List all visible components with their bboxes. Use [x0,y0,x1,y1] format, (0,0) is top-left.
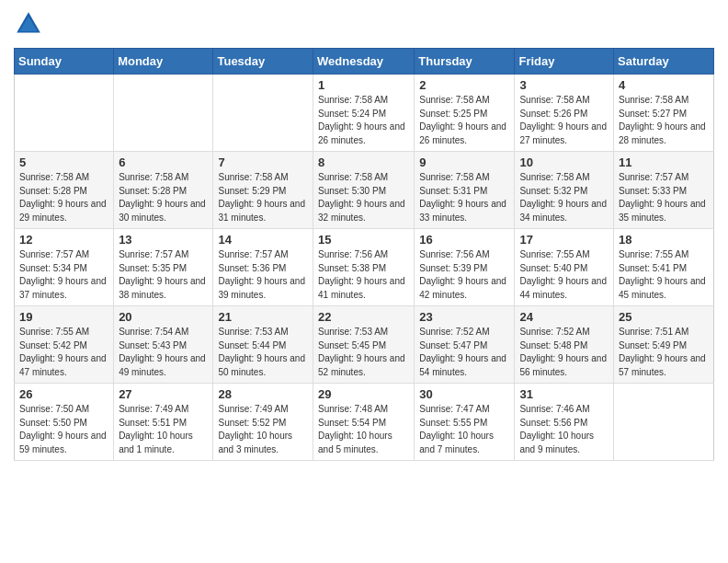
day-cell: 2Sunrise: 7:58 AM Sunset: 5:25 PM Daylig… [415,75,515,152]
day-number: 13 [119,233,208,247]
day-info: Sunrise: 7:55 AM Sunset: 5:41 PM Dayligh… [619,248,709,302]
day-cell: 25Sunrise: 7:51 AM Sunset: 5:49 PM Dayli… [614,306,714,384]
day-number: 28 [218,387,308,401]
day-info: Sunrise: 7:58 AM Sunset: 5:24 PM Dayligh… [318,94,409,147]
day-info: Sunrise: 7:58 AM Sunset: 5:32 PM Dayligh… [519,171,609,224]
day-info: Sunrise: 7:47 AM Sunset: 5:55 PM Dayligh… [419,403,509,456]
day-number: 1 [318,78,409,92]
day-info: Sunrise: 7:54 AM Sunset: 5:43 PM Dayligh… [119,326,208,379]
day-cell: 31Sunrise: 7:46 AM Sunset: 5:56 PM Dayli… [515,384,614,461]
day-cell: 30Sunrise: 7:47 AM Sunset: 5:55 PM Dayli… [415,384,515,461]
day-number: 7 [218,155,308,169]
day-number: 19 [19,310,108,324]
day-cell: 21Sunrise: 7:53 AM Sunset: 5:44 PM Dayli… [213,306,313,384]
day-number: 21 [218,310,308,324]
day-info: Sunrise: 7:57 AM Sunset: 5:36 PM Dayligh… [218,248,308,302]
day-cell: 15Sunrise: 7:56 AM Sunset: 5:38 PM Dayli… [313,229,415,306]
day-number: 9 [419,155,509,169]
day-cell: 13Sunrise: 7:57 AM Sunset: 5:35 PM Dayli… [114,229,213,306]
page: SundayMondayTuesdayWednesdayThursdayFrid… [0,0,728,475]
day-info: Sunrise: 7:58 AM Sunset: 5:25 PM Dayligh… [419,94,509,147]
day-info: Sunrise: 7:52 AM Sunset: 5:48 PM Dayligh… [519,326,609,379]
weekday-tuesday: Tuesday [213,49,313,75]
weekday-sunday: Sunday [15,49,114,75]
day-number: 11 [619,155,709,169]
day-number: 24 [519,310,609,324]
day-cell: 22Sunrise: 7:53 AM Sunset: 5:45 PM Dayli… [313,306,415,384]
day-info: Sunrise: 7:55 AM Sunset: 5:42 PM Dayligh… [19,326,108,379]
day-cell: 12Sunrise: 7:57 AM Sunset: 5:34 PM Dayli… [15,229,114,306]
day-number: 16 [419,233,509,247]
day-cell: 16Sunrise: 7:56 AM Sunset: 5:39 PM Dayli… [415,229,515,306]
day-info: Sunrise: 7:58 AM Sunset: 5:29 PM Dayligh… [218,171,308,224]
day-number: 20 [119,310,208,324]
day-cell [15,75,114,152]
day-info: Sunrise: 7:46 AM Sunset: 5:56 PM Dayligh… [519,403,609,456]
day-number: 22 [318,310,409,324]
weekday-thursday: Thursday [415,49,515,75]
day-cell: 1Sunrise: 7:58 AM Sunset: 5:24 PM Daylig… [313,75,415,152]
day-cell: 17Sunrise: 7:55 AM Sunset: 5:40 PM Dayli… [515,229,614,306]
day-number: 5 [19,155,108,169]
day-number: 25 [619,310,709,324]
day-number: 8 [318,155,409,169]
day-number: 27 [119,387,208,401]
week-row-5: 26Sunrise: 7:50 AM Sunset: 5:50 PM Dayli… [15,384,714,461]
day-number: 3 [519,78,609,92]
day-cell [614,384,714,461]
day-info: Sunrise: 7:56 AM Sunset: 5:39 PM Dayligh… [419,248,509,302]
day-number: 2 [419,78,509,92]
day-cell: 14Sunrise: 7:57 AM Sunset: 5:36 PM Dayli… [213,229,313,306]
calendar-table: SundayMondayTuesdayWednesdayThursdayFrid… [14,48,714,461]
day-cell: 29Sunrise: 7:48 AM Sunset: 5:54 PM Dayli… [313,384,415,461]
weekday-friday: Friday [515,49,614,75]
day-number: 18 [619,233,709,247]
day-info: Sunrise: 7:57 AM Sunset: 5:33 PM Dayligh… [619,171,709,224]
day-cell: 5Sunrise: 7:58 AM Sunset: 5:28 PM Daylig… [15,152,114,229]
day-cell [213,75,313,152]
day-cell: 20Sunrise: 7:54 AM Sunset: 5:43 PM Dayli… [114,306,213,384]
day-cell: 19Sunrise: 7:55 AM Sunset: 5:42 PM Dayli… [15,306,114,384]
day-cell: 3Sunrise: 7:58 AM Sunset: 5:26 PM Daylig… [515,75,614,152]
day-info: Sunrise: 7:53 AM Sunset: 5:44 PM Dayligh… [218,326,308,379]
weekday-saturday: Saturday [614,49,714,75]
day-cell: 18Sunrise: 7:55 AM Sunset: 5:41 PM Dayli… [614,229,714,306]
day-info: Sunrise: 7:58 AM Sunset: 5:28 PM Dayligh… [119,171,208,224]
day-info: Sunrise: 7:49 AM Sunset: 5:52 PM Dayligh… [218,403,308,456]
day-number: 4 [619,78,709,92]
day-number: 30 [419,387,509,401]
day-number: 26 [19,387,108,401]
week-row-3: 12Sunrise: 7:57 AM Sunset: 5:34 PM Dayli… [15,229,714,306]
day-info: Sunrise: 7:53 AM Sunset: 5:45 PM Dayligh… [318,326,409,379]
day-info: Sunrise: 7:58 AM Sunset: 5:30 PM Dayligh… [318,171,409,224]
day-info: Sunrise: 7:50 AM Sunset: 5:50 PM Dayligh… [19,403,108,456]
day-number: 15 [318,233,409,247]
day-info: Sunrise: 7:58 AM Sunset: 5:31 PM Dayligh… [419,171,509,224]
day-number: 6 [119,155,208,169]
day-info: Sunrise: 7:58 AM Sunset: 5:26 PM Dayligh… [519,94,609,147]
day-cell: 11Sunrise: 7:57 AM Sunset: 5:33 PM Dayli… [614,152,714,229]
day-cell: 6Sunrise: 7:58 AM Sunset: 5:28 PM Daylig… [114,152,213,229]
day-cell: 23Sunrise: 7:52 AM Sunset: 5:47 PM Dayli… [415,306,515,384]
day-cell [114,75,213,152]
week-row-4: 19Sunrise: 7:55 AM Sunset: 5:42 PM Dayli… [15,306,714,384]
day-number: 29 [318,387,409,401]
logo-icon [14,9,43,39]
day-info: Sunrise: 7:49 AM Sunset: 5:51 PM Dayligh… [119,403,208,456]
week-row-2: 5Sunrise: 7:58 AM Sunset: 5:28 PM Daylig… [15,152,714,229]
day-info: Sunrise: 7:48 AM Sunset: 5:54 PM Dayligh… [318,403,409,456]
day-number: 10 [519,155,609,169]
header [14,9,714,39]
day-info: Sunrise: 7:56 AM Sunset: 5:38 PM Dayligh… [318,248,409,302]
day-cell: 27Sunrise: 7:49 AM Sunset: 5:51 PM Dayli… [114,384,213,461]
day-cell: 28Sunrise: 7:49 AM Sunset: 5:52 PM Dayli… [213,384,313,461]
weekday-header-row: SundayMondayTuesdayWednesdayThursdayFrid… [15,49,714,75]
day-info: Sunrise: 7:58 AM Sunset: 5:27 PM Dayligh… [619,94,709,147]
day-cell: 4Sunrise: 7:58 AM Sunset: 5:27 PM Daylig… [614,75,714,152]
day-cell: 10Sunrise: 7:58 AM Sunset: 5:32 PM Dayli… [515,152,614,229]
day-info: Sunrise: 7:58 AM Sunset: 5:28 PM Dayligh… [19,171,108,224]
day-info: Sunrise: 7:55 AM Sunset: 5:40 PM Dayligh… [519,248,609,302]
week-row-1: 1Sunrise: 7:58 AM Sunset: 5:24 PM Daylig… [15,75,714,152]
day-info: Sunrise: 7:57 AM Sunset: 5:35 PM Dayligh… [119,248,208,302]
day-cell: 7Sunrise: 7:58 AM Sunset: 5:29 PM Daylig… [213,152,313,229]
